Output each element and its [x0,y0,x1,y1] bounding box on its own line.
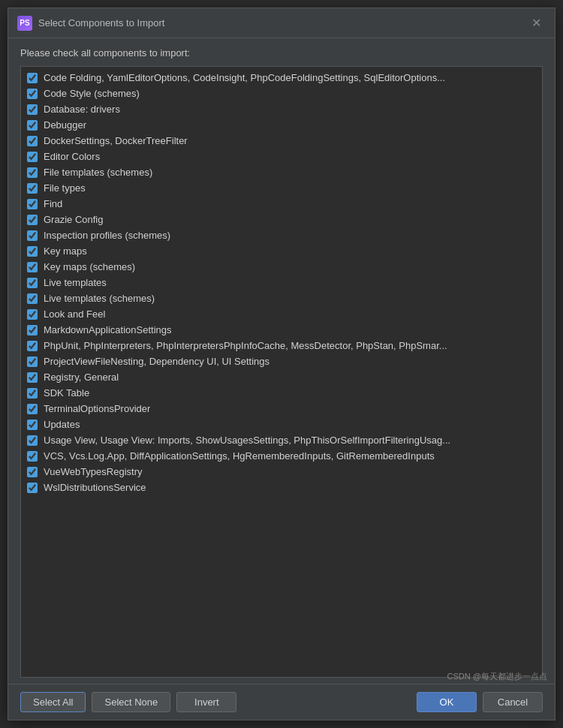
checklist-container[interactable]: Code Folding, YamlEditorOptions, CodeIns… [20,66,543,678]
list-item[interactable]: File types [21,180,542,196]
list-item[interactable]: DockerSettings, DockerTreeFilter [21,133,542,149]
list-item[interactable]: Registry, General [21,369,542,385]
app-icon: PS [17,16,32,31]
list-item[interactable]: Code Folding, YamlEditorOptions, CodeIns… [21,70,542,86]
item-label: Live templates [44,277,107,288]
item-label: Live templates (schemes) [44,293,155,304]
item-label: File types [44,182,86,194]
list-item[interactable]: VueWebTypesRegistry [21,464,542,480]
select-none-button[interactable]: Select None [92,692,170,712]
item-checkbox[interactable] [27,167,38,178]
dialog-content: Please check all components to import: C… [8,38,555,684]
item-checkbox[interactable] [27,404,38,414]
list-item[interactable]: SDK Table [21,385,542,401]
dialog-footer: Select All Select None Invert OK Cancel [8,684,555,720]
item-checkbox[interactable] [27,183,38,194]
item-label: VueWebTypesRegistry [44,466,143,477]
list-item[interactable]: Live templates (schemes) [21,290,542,306]
item-checkbox[interactable] [27,215,38,225]
list-item[interactable]: Editor Colors [21,149,542,164]
item-checkbox[interactable] [27,309,38,320]
cancel-button[interactable]: Cancel [483,692,543,712]
list-item[interactable]: Database: drivers [21,101,542,117]
list-item[interactable]: Inspection profiles (schemes) [21,227,542,243]
list-item[interactable]: Usage View, Usage View: Imports, ShowUsa… [21,432,542,448]
item-checkbox[interactable] [27,467,38,477]
list-item[interactable]: WslDistributionsService [21,480,542,495]
dialog-titlebar: PS Select Components to Import ✕ [8,8,555,38]
list-item[interactable]: Debugger [21,117,542,133]
item-checkbox[interactable] [27,388,38,399]
item-label: SDK Table [44,387,89,399]
list-item[interactable]: Live templates [21,275,542,290]
list-item[interactable]: VCS, Vcs.Log.App, DiffApplicationSetting… [21,448,542,464]
list-item[interactable]: ProjectViewFileNesting, Dependency UI, U… [21,353,542,369]
item-label: Code Folding, YamlEditorOptions, CodeIns… [44,72,445,83]
item-checkbox[interactable] [27,293,38,304]
item-label: Editor Colors [44,151,100,162]
item-checkbox[interactable] [27,136,38,146]
instructions-text: Please check all components to import: [20,47,543,59]
item-label: Key maps [44,245,87,257]
item-checkbox[interactable] [27,435,38,446]
item-label: Inspection profiles (schemes) [44,230,170,241]
item-label: Key maps (schemes) [44,261,135,272]
invert-button[interactable]: Invert [176,692,236,712]
item-label: Updates [44,419,80,430]
item-checkbox[interactable] [27,420,38,430]
item-label: Registry, General [44,372,119,383]
item-label: DockerSettings, DockerTreeFilter [44,135,188,146]
item-checkbox[interactable] [27,451,38,462]
item-checkbox[interactable] [27,199,38,209]
item-checkbox[interactable] [27,483,38,493]
dialog-title: Select Components to Import [38,17,164,29]
ok-button[interactable]: OK [417,692,477,712]
list-item[interactable]: Look and Feel [21,306,542,322]
item-label: PhpUnit, PhpInterpreters, PhpInterpreter… [44,340,447,351]
list-item[interactable]: Key maps (schemes) [21,259,542,275]
list-item[interactable]: PhpUnit, PhpInterpreters, PhpInterpreter… [21,338,542,353]
select-all-button[interactable]: Select All [20,692,86,712]
item-label: Grazie Config [44,214,103,225]
item-label: VCS, Vcs.Log.App, DiffApplicationSetting… [44,450,435,462]
list-item[interactable]: MarkdownApplicationSettings [21,322,542,338]
item-checkbox[interactable] [27,89,38,99]
list-item[interactable]: Code Style (schemes) [21,86,542,101]
item-checkbox[interactable] [27,246,38,257]
item-label: File templates (schemes) [44,167,152,178]
item-label: Usage View, Usage View: Imports, ShowUsa… [44,435,450,446]
item-label: MarkdownApplicationSettings [44,324,172,335]
item-label: Code Style (schemes) [44,88,140,99]
watermark-text: CSDN @每天都进步一点点 [447,671,547,682]
list-item[interactable]: Find [21,196,542,212]
item-checkbox[interactable] [27,341,38,351]
item-label: Look and Feel [44,308,105,320]
item-label: WslDistributionsService [44,482,146,493]
title-left: PS Select Components to Import [17,16,164,31]
close-button[interactable]: ✕ [527,14,546,32]
item-checkbox[interactable] [27,152,38,162]
list-item[interactable]: TerminalOptionsProvider [21,401,542,417]
item-label: TerminalOptionsProvider [44,403,150,414]
item-label: Find [44,198,62,209]
item-checkbox[interactable] [27,120,38,131]
item-checkbox[interactable] [27,104,38,115]
item-checkbox[interactable] [27,230,38,241]
list-item[interactable]: File templates (schemes) [21,164,542,180]
select-components-dialog: PS Select Components to Import ✕ Please … [8,8,555,720]
item-checkbox[interactable] [27,325,38,335]
list-item[interactable]: Key maps [21,243,542,259]
item-checkbox[interactable] [27,262,38,272]
list-item[interactable]: Grazie Config [21,212,542,227]
item-label: Debugger [44,119,86,131]
item-checkbox[interactable] [27,372,38,383]
list-item[interactable]: Updates [21,417,542,432]
item-label: Database: drivers [44,104,120,115]
item-checkbox[interactable] [27,278,38,288]
item-checkbox[interactable] [27,356,38,367]
item-label: ProjectViewFileNesting, Dependency UI, U… [44,356,269,367]
item-checkbox[interactable] [27,73,38,83]
